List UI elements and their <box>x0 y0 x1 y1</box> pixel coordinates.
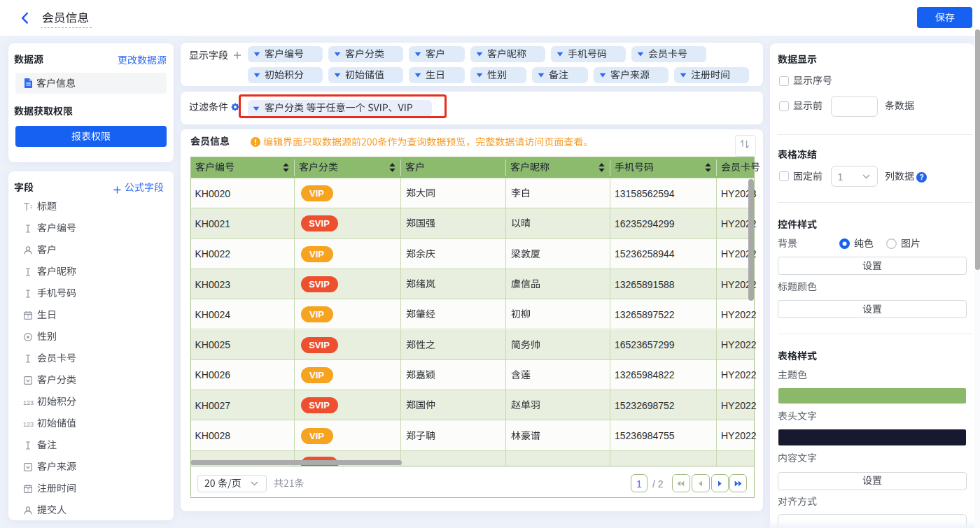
svg-text:?: ? <box>919 173 923 181</box>
svg-text:123: 123 <box>23 399 34 406</box>
svg-text:7: 7 <box>27 314 29 319</box>
svg-text:7: 7 <box>27 487 29 492</box>
svg-text:123: 123 <box>23 420 34 427</box>
